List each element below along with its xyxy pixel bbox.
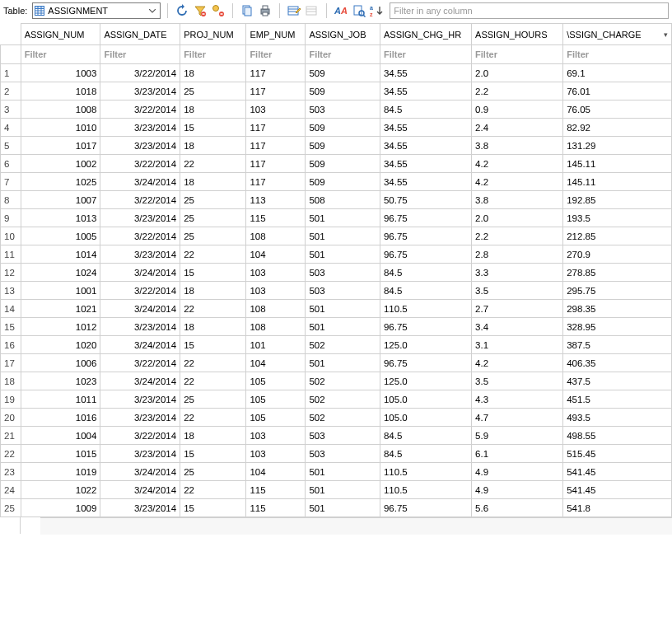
cell[interactable]: 117 [246,137,306,155]
cell[interactable]: 4.9 [472,481,563,499]
cell[interactable]: 3/22/2014 [100,191,180,209]
cell[interactable]: 501 [306,300,380,318]
cell[interactable]: 2.2 [472,82,563,100]
cell[interactable]: 115 [246,209,306,227]
cell[interactable]: 3/23/2014 [100,82,180,100]
cell[interactable]: 25 [180,463,246,481]
cell[interactable]: 117 [246,119,306,137]
table-row[interactable]: 1810233/24/201422105502125.03.5437.5 [1,372,672,390]
column-header[interactable]: \SSIGN_CHARGE▾ [563,24,672,45]
cell[interactable]: 1004 [21,427,100,445]
cell[interactable]: 3/24/2014 [100,372,180,390]
cell[interactable]: 509 [306,155,380,173]
column-filter-input[interactable]: Filter [563,45,671,63]
cell[interactable]: 3/22/2014 [100,427,180,445]
table-row[interactable]: 1410213/24/201422108501110.52.7298.35 [1,300,672,318]
cell[interactable]: 22 [180,245,246,264]
table-row[interactable]: 1710063/22/20142210450196.754.2406.35 [1,354,672,372]
cell[interactable]: 103 [246,445,306,463]
cell[interactable]: 3/24/2014 [100,481,180,499]
cell[interactable]: 501 [306,227,380,245]
cell[interactable]: 105.0 [380,409,471,427]
cell[interactable]: 3/23/2014 [100,499,180,517]
refresh-button[interactable] [175,3,189,18]
cell[interactable]: 193.5 [563,209,672,227]
cell[interactable]: 82.92 [563,119,672,137]
cell[interactable]: 509 [306,173,380,191]
cell[interactable]: 105 [246,372,306,390]
cell[interactable]: 502 [306,409,380,427]
cell[interactable]: 18 [180,282,246,300]
cell[interactable]: 1007 [21,191,100,209]
cell[interactable]: 22 [180,354,246,372]
cell[interactable]: 1019 [21,463,100,481]
cell[interactable]: 96.75 [380,318,471,336]
cell[interactable]: 4.9 [472,463,563,481]
table-select[interactable]: ASSIGNMENT [32,2,161,19]
cell[interactable]: 34.55 [380,119,471,137]
cell[interactable]: 406.35 [563,354,672,372]
table-row[interactable]: 1010053/22/20142510850196.752.2212.85 [1,227,672,245]
table-row[interactable]: 910133/23/20142511550196.752.0193.5 [1,209,672,227]
cell[interactable]: 22 [180,372,246,390]
cell[interactable]: 509 [306,64,380,82]
cell[interactable]: 110.5 [380,463,471,481]
search-button[interactable] [352,3,366,18]
cell[interactable]: 270.9 [563,245,672,264]
cell[interactable]: 493.5 [563,409,672,427]
cell[interactable]: 501 [306,354,380,372]
cell[interactable]: 117 [246,82,306,100]
cell[interactable]: 515.45 [563,445,672,463]
cell[interactable]: 509 [306,119,380,137]
cell[interactable]: 15 [180,264,246,282]
table-row[interactable]: 1510123/23/20141810850196.753.4328.95 [1,318,672,336]
font-aa-button[interactable]: A A [334,3,348,18]
cell[interactable]: 25 [180,191,246,209]
cell[interactable]: 84.5 [380,427,471,445]
cell[interactable]: 498.55 [563,427,672,445]
column-filter-input[interactable]: Filter [472,45,562,63]
table-row[interactable]: 1210243/24/20141510350384.53.3278.85 [1,264,672,282]
cell[interactable]: 22 [180,409,246,427]
az-sort-button[interactable]: a z [370,3,385,18]
table-row[interactable]: 510173/23/20141811750934.553.8131.29 [1,137,672,155]
cell[interactable]: 437.5 [563,372,672,390]
column-filter-input[interactable]: Filter [306,45,380,63]
cell[interactable]: 101 [246,336,306,354]
table-row[interactable]: 2510093/23/20141511550196.755.6541.8 [1,499,672,517]
cell[interactable]: 3/23/2014 [100,409,180,427]
cell[interactable]: 25 [180,209,246,227]
cell[interactable]: 84.5 [380,282,471,300]
cell[interactable]: 541.45 [563,481,672,499]
table-row[interactable]: 310083/22/20141810350384.50.976.05 [1,100,672,119]
cell[interactable]: 502 [306,336,380,354]
cell[interactable]: 502 [306,372,380,390]
cell[interactable]: 1013 [21,209,100,227]
column-filter-input[interactable]: Filter [21,45,100,63]
cell[interactable]: 3/22/2014 [100,64,180,82]
cell[interactable]: 3/22/2014 [100,354,180,372]
cell[interactable]: 105.0 [380,390,471,409]
table-row[interactable]: 110033/22/20141811750934.552.069.1 [1,64,672,82]
cell[interactable]: 25 [180,390,246,409]
cell[interactable]: 3/23/2014 [100,119,180,137]
table-row[interactable]: 2010163/23/201422105502105.04.7493.5 [1,409,672,427]
cell[interactable]: 1016 [21,409,100,427]
cell[interactable]: 3/23/2014 [100,390,180,409]
cell[interactable]: 1018 [21,82,100,100]
cell[interactable]: 501 [306,209,380,227]
cell[interactable]: 3.5 [472,372,563,390]
table-row[interactable]: 410103/23/20141511750934.552.482.92 [1,119,672,137]
table-row[interactable]: 610023/22/20142211750934.554.2145.11 [1,155,672,173]
table-row[interactable]: 2410223/24/201422115501110.54.9541.45 [1,481,672,499]
cell[interactable]: 3/23/2014 [100,137,180,155]
column-header[interactable]: ASSIGN_DATE [100,24,180,45]
cell[interactable]: 18 [180,137,246,155]
cell[interactable]: 4.2 [472,155,563,173]
cell[interactable]: 501 [306,481,380,499]
cell[interactable]: 3/22/2014 [100,100,180,119]
cell[interactable]: 104 [246,463,306,481]
cell[interactable]: 2.7 [472,300,563,318]
cell[interactable]: 1014 [21,245,100,264]
cell[interactable]: 76.01 [563,82,672,100]
